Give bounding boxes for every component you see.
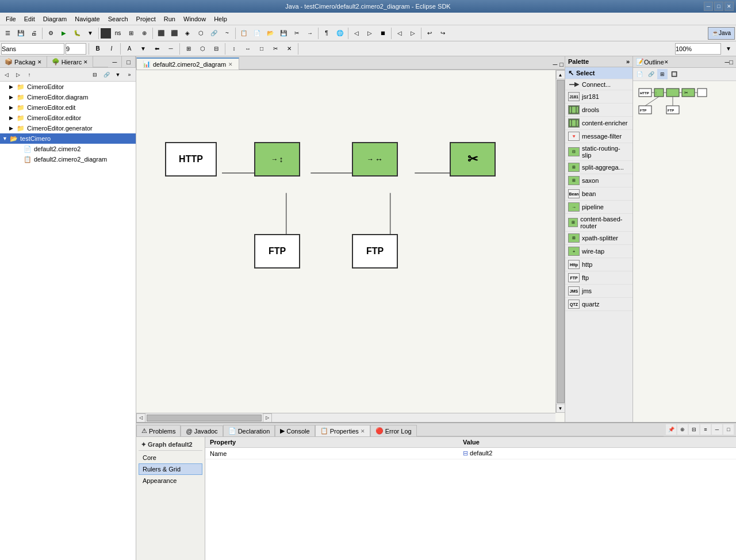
palette-split-aggregate[interactable]: ⊞ split-aggrega...: [565, 161, 632, 174]
palette-quartz[interactable]: QTZ quartz: [565, 298, 632, 311]
prop-category-core[interactable]: Core: [139, 452, 202, 463]
toolbar-btn-9[interactable]: 📋: [237, 27, 250, 40]
toolbar-btn-8[interactable]: ~: [221, 27, 233, 40]
prop-btn-2[interactable]: ⊟: [689, 424, 699, 435]
format-btn-5[interactable]: ↔: [241, 43, 254, 55]
prop-maximize[interactable]: □: [723, 424, 734, 435]
font-name-input[interactable]: [1, 43, 64, 55]
palette-http[interactable]: Http http: [565, 258, 632, 271]
italic-button[interactable]: I: [105, 43, 118, 55]
vertical-scrollbar[interactable]: ▲ ▼: [555, 70, 565, 413]
line-style[interactable]: ─: [164, 43, 177, 55]
menu-edit[interactable]: Edit: [21, 14, 39, 24]
scissor-node[interactable]: ✂: [450, 142, 496, 177]
ns-button[interactable]: ns: [112, 27, 124, 40]
toolbar-btn-10[interactable]: 📄: [251, 27, 263, 40]
diagram-area[interactable]: HTTP → ↕ →: [136, 70, 565, 422]
menu-help[interactable]: Help: [210, 14, 231, 24]
toolbar-btn-6[interactable]: ⬡: [194, 27, 207, 40]
cut-btn[interactable]: ✂: [269, 43, 282, 55]
toolbar-btn-12[interactable]: 💾: [277, 27, 290, 40]
run-ext-button[interactable]: ⚙: [44, 27, 57, 40]
toolbar-btn-22[interactable]: ↩: [423, 27, 436, 40]
run-button[interactable]: ▶: [57, 27, 70, 40]
close-button[interactable]: ✕: [724, 2, 734, 11]
tab-console[interactable]: ▶ Console: [275, 425, 315, 436]
editor-maximize[interactable]: ─: [552, 60, 559, 70]
format-btn-1[interactable]: ⊞: [182, 43, 195, 55]
save-button[interactable]: 💾: [14, 27, 27, 40]
tree-item-cimeroeditor-editor[interactable]: ▶ 📁 CimeroEditor.editor: [0, 113, 136, 123]
tree-item-testcimero[interactable]: ▼ 📂 testCimero: [0, 133, 136, 144]
toolbar-btn-14[interactable]: →: [304, 27, 316, 40]
h-scroll-thumb[interactable]: [147, 415, 262, 421]
format-btn-4[interactable]: ↕: [228, 43, 240, 55]
tree-item-cimeroeditor-generator[interactable]: ▶ 📁 CimeroEditor.generator: [0, 123, 136, 133]
collapse-all[interactable]: ⊟: [90, 70, 100, 80]
outline-btn-4[interactable]: 🔲: [669, 69, 679, 79]
format-btn-3[interactable]: ⊟: [210, 43, 223, 55]
editor-minimize[interactable]: □: [558, 60, 565, 70]
scroll-down[interactable]: ▼: [556, 404, 565, 413]
palette-bean[interactable]: Bean bean: [565, 187, 632, 201]
palette-static-routing-slip[interactable]: ⊟ static-routing-slip: [565, 143, 632, 161]
print-button[interactable]: 🖨: [28, 27, 40, 40]
menu-file[interactable]: File: [2, 14, 20, 24]
perspective-java[interactable]: ☕ Java: [708, 27, 735, 40]
hierarchy-close-icon[interactable]: ✕: [83, 59, 88, 65]
zoom-input[interactable]: [675, 43, 721, 55]
format-btn-2[interactable]: ⬡: [196, 43, 209, 55]
view-menu[interactable]: ▼: [113, 70, 123, 80]
palette-jsr181[interactable]: J181 jsr181: [565, 90, 632, 103]
menu-search[interactable]: Search: [105, 14, 132, 24]
toolbar-btn-18[interactable]: ▷: [363, 27, 376, 40]
format-btn-6[interactable]: □: [255, 43, 268, 55]
maximize-button[interactable]: □: [714, 2, 723, 11]
prop-btn-1[interactable]: ⊕: [677, 424, 688, 435]
prop-btn-3[interactable]: ≡: [700, 424, 711, 435]
ftp-node-1[interactable]: FTP: [254, 234, 300, 269]
http-node[interactable]: HTTP: [165, 142, 217, 177]
menu-run[interactable]: Run: [160, 14, 179, 24]
new-button[interactable]: ☰: [1, 27, 14, 40]
outline-btn-1[interactable]: 📄: [634, 69, 645, 79]
link-editor[interactable]: 🔗: [101, 70, 112, 80]
palette-ftp[interactable]: FTP ftp: [565, 271, 632, 285]
package-close-icon[interactable]: ✕: [37, 59, 42, 65]
tab-declaration[interactable]: 📄 Declaration: [223, 425, 275, 436]
green-node-1[interactable]: → ↕: [254, 142, 300, 177]
toolbar-btn-17[interactable]: ◁: [350, 27, 363, 40]
palette-select-item[interactable]: ↖ Select: [565, 67, 632, 79]
tab-problems[interactable]: ⚠ Problems: [136, 425, 181, 436]
scroll-right[interactable]: ▷: [263, 413, 272, 423]
run-dropdown[interactable]: ▼: [84, 27, 97, 40]
align-left[interactable]: ⬅: [151, 43, 163, 55]
title-bar-controls[interactable]: ─ □ ✕: [704, 2, 734, 11]
outline-close-icon[interactable]: ✕: [664, 59, 669, 65]
horizontal-scrollbar[interactable]: ◁ ▷: [136, 413, 555, 422]
v-scroll-thumb[interactable]: [557, 80, 565, 403]
nav-up[interactable]: ↑: [24, 70, 34, 80]
tab-properties[interactable]: 📋 Properties ✕: [315, 425, 370, 436]
tab-error-log[interactable]: 🔴 Error Log: [370, 425, 417, 436]
palette-connect-item[interactable]: Connect...: [565, 79, 632, 90]
palette-wire-tap[interactable]: + wire-tap: [565, 245, 632, 258]
palette-message-filter[interactable]: 🔻 message-filter: [565, 130, 632, 143]
palette-xpath-splitter[interactable]: ⊞ xpath-splitter: [565, 232, 632, 245]
tab-package-explorer[interactable]: 📦 Packag ✕: [0, 56, 47, 67]
toolbar-btn-7[interactable]: 🔗: [208, 27, 220, 40]
palette-jms[interactable]: JMS jms: [565, 285, 632, 298]
toolbar-btn-23[interactable]: ↪: [436, 27, 449, 40]
nav-back[interactable]: ◁: [1, 70, 12, 80]
palette-saxon[interactable]: ⊞ saxon: [565, 174, 632, 187]
toolbar-btn-21[interactable]: ▷: [407, 27, 419, 40]
tree-item-default2-cimero2[interactable]: 📄 default2.cimero2: [0, 144, 136, 154]
grid-button[interactable]: ⊞: [125, 27, 137, 40]
prop-minimize[interactable]: ─: [712, 424, 722, 435]
scroll-left[interactable]: ◁: [136, 413, 145, 423]
debug-button[interactable]: 🐛: [71, 27, 83, 40]
tab-javadoc[interactable]: @ Javadoc: [181, 425, 223, 436]
zoom-dropdown[interactable]: ▼: [722, 43, 735, 55]
nav-forward[interactable]: ▷: [13, 70, 23, 80]
prop-category-appearance[interactable]: Appearance: [139, 475, 202, 486]
